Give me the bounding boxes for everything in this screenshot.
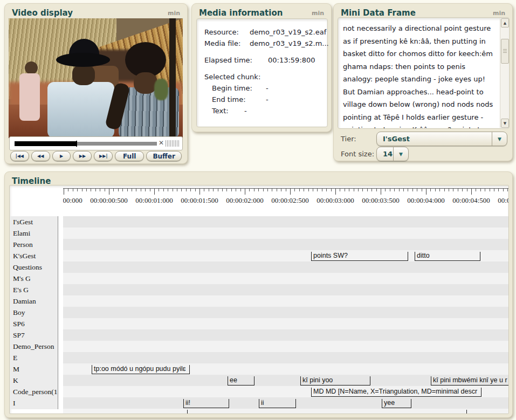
video-panel-minimize-button[interactable]: min <box>168 10 180 17</box>
tier-dropdown[interactable]: I'sGest ▼ <box>376 132 507 146</box>
selected-chunk-label: Selected chunk: <box>204 71 260 82</box>
rewind-button[interactable]: ◀◀ <box>31 151 50 161</box>
timeline-panel: Timeline 00:00:00:000 00:00:00:500 00:00… <box>4 171 513 418</box>
mute-icon[interactable]: ✕ <box>159 139 164 147</box>
end-time-row: End time: - <box>212 94 323 105</box>
video-man-left-shirt <box>47 82 114 138</box>
media-file-value: demo_r03_v19_s2.m... <box>250 38 329 49</box>
end-time-value: - <box>266 94 269 105</box>
scroll-down-icon[interactable]: ▼ <box>501 119 509 128</box>
ruler-time-label: 00:00:05:000 <box>498 196 509 205</box>
tier-name-ms-g[interactable]: M's G <box>10 273 58 284</box>
mini-text-area[interactable]: not necessarily a directional point gest… <box>338 17 510 129</box>
begin-time-row: Begin time: - <box>212 82 323 94</box>
video-progress-container: ✕ <box>9 136 183 150</box>
resource-label: Resource: <box>204 26 250 38</box>
tier-name-k[interactable]: K <box>10 375 58 386</box>
chevron-down-icon: ▼ <box>492 132 507 146</box>
tier-label: Tier: <box>341 135 356 143</box>
tier-name-questions[interactable]: Questions <box>10 261 58 273</box>
video-hat-brim <box>56 53 110 67</box>
video-frame[interactable] <box>8 18 183 139</box>
annotation[interactable]: ditto <box>415 252 480 261</box>
fast-forward-button[interactable]: ▶▶ <box>73 151 92 161</box>
annotation[interactable]: tp:oo módó u ngópu pudu pyilɛ <box>92 365 190 374</box>
mini-text-content: not necessarily a directional point gest… <box>343 22 495 129</box>
skip-to-end-button[interactable]: ▶▶| <box>94 151 113 161</box>
media-info-card: Resource: demo_r03_v19_s2.eaf Media file… <box>196 18 328 127</box>
tier-name-person[interactable]: Person <box>10 239 58 250</box>
tier-name-ksgest[interactable]: K'sGest <box>10 250 58 261</box>
annotation[interactable]: points SW? <box>311 252 408 261</box>
annotation-edge-partial <box>187 410 188 414</box>
annotation[interactable]: kî pini yoo <box>300 376 370 385</box>
tier-row <box>63 352 508 363</box>
annotation[interactable]: yee <box>382 399 411 408</box>
scrollbar-thumb[interactable] <box>501 39 509 64</box>
timeline-ruler[interactable]: 00:00:00:000 00:00:00:500 00:00:01:000 0… <box>63 188 509 215</box>
ruler-time-label: 00:00:00:500 <box>90 196 127 205</box>
annotation[interactable]: MD MD [N=Name, X=Triangulation, MD=minim… <box>311 388 481 397</box>
mini-scrollbar[interactable]: ▲ ▼ <box>500 18 508 128</box>
tier-row <box>63 239 508 250</box>
text-row: Text: - <box>212 105 323 116</box>
tier-name-m[interactable]: M <box>10 363 58 375</box>
tier-name-es-g[interactable]: E's G <box>10 284 58 295</box>
tier-name-code-person[interactable]: Code_person(1: <box>10 386 58 397</box>
mini-panel-minimize-button[interactable]: min <box>493 10 505 17</box>
tier-name-elami[interactable]: Elami <box>10 228 58 239</box>
tier-row-partial <box>63 409 508 414</box>
media-file-row: Media file: demo_r03_v19_s2.m... <box>204 38 323 49</box>
video-post <box>169 18 176 138</box>
tier-row <box>63 329 508 341</box>
transport-controls: |◀◀ ◀◀ ▶ ▶▶ ▶▶| Full Buffer <box>10 151 182 161</box>
tier-dropdown-value: I'sGest <box>377 132 492 146</box>
video-progress-track[interactable] <box>15 142 157 146</box>
begin-time-label: Begin time: <box>212 82 266 94</box>
volume-bars[interactable] <box>166 140 180 147</box>
tier-name-sp7[interactable]: SP7 <box>10 329 58 341</box>
elapsed-time-label: Elapsed time: <box>204 54 268 66</box>
tier-name-sp6[interactable]: SP6 <box>10 318 58 329</box>
font-size-dropdown[interactable]: 14 ▼ <box>376 147 409 161</box>
tier-row <box>63 284 508 295</box>
mini-data-frame-panel: Mini Data Frame min not necessarily a di… <box>333 3 513 161</box>
annotation[interactable]: ee <box>228 376 254 385</box>
media-info-rows: Resource: demo_r03_v19_s2.eaf Media file… <box>204 26 323 116</box>
font-size-label: Font size: <box>341 150 374 158</box>
end-time-label: End time: <box>212 94 266 105</box>
ruler-major-ticks <box>64 189 509 195</box>
ruler-time-label: 00:00:02:000 <box>226 196 263 205</box>
ruler-time-label: 00:00:03:000 <box>317 196 354 205</box>
tier-name-isgest[interactable]: I'sGest <box>10 216 58 228</box>
chevron-down-icon: ▼ <box>393 147 408 161</box>
media-resource-row: Resource: demo_r03_v19_s2.eaf <box>204 26 323 38</box>
full-button[interactable]: Full <box>115 151 144 161</box>
tier-name-i[interactable]: I <box>10 397 58 409</box>
media-panel-minimize-button[interactable]: min <box>312 10 324 17</box>
tier-row <box>63 273 508 284</box>
video-progress-fill <box>15 141 76 146</box>
tier-row <box>63 216 508 228</box>
scroll-up-icon[interactable]: ▲ <box>501 18 509 27</box>
annotation[interactable]: kî pini mbwémi knî ye u r <box>431 376 508 385</box>
skip-to-start-button[interactable]: |◀◀ <box>10 151 29 161</box>
tier-row <box>63 341 508 352</box>
annotation[interactable]: ii! <box>183 399 229 408</box>
tier-name-boy[interactable]: Boy <box>10 307 58 318</box>
text-value: - <box>244 105 247 116</box>
video-child-left <box>19 73 40 121</box>
buffer-button[interactable]: Buffer <box>146 151 182 161</box>
timeline-canvas[interactable]: points SW? ditto tp:oo módó u ngópu pudu… <box>63 216 508 414</box>
resource-value: demo_r03_v19_s2.eaf <box>250 26 326 38</box>
video-progress-thumb[interactable] <box>76 141 77 147</box>
tier-name-damian[interactable]: Damian <box>10 295 58 307</box>
video-man-left-face <box>72 65 95 85</box>
annotation[interactable]: ii <box>259 399 296 408</box>
tier-name-e[interactable]: E <box>10 352 58 363</box>
selected-chunk-row: Selected chunk: <box>204 71 323 82</box>
tier-name-demo-person[interactable]: Demo_Person <box>10 341 58 352</box>
tier-row <box>63 318 508 329</box>
tier-row <box>63 307 508 318</box>
play-button[interactable]: ▶ <box>52 151 71 161</box>
